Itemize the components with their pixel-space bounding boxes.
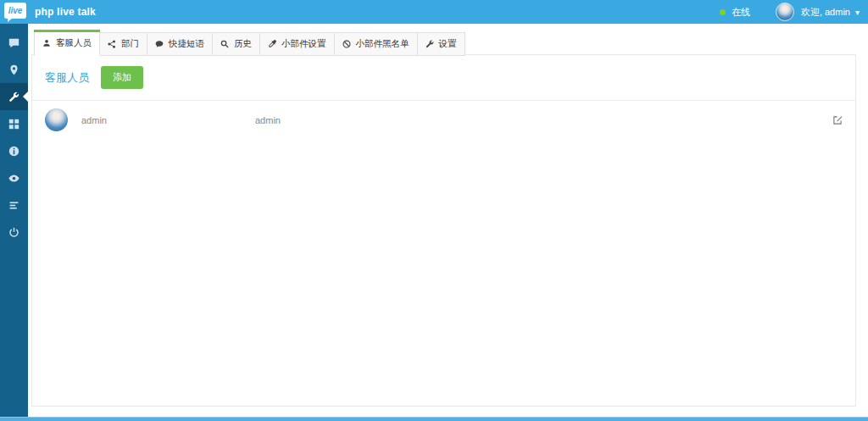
tab-widget-blacklist[interactable]: 小部件黑名单 (334, 32, 418, 56)
tab-history[interactable]: 历史 (212, 32, 260, 56)
bottom-bar (0, 417, 868, 421)
tab-label: 历史 (234, 38, 252, 50)
panel-title: 客服人员 (45, 70, 89, 86)
tab-widget-settings[interactable]: 小部件设置 (259, 32, 335, 56)
operator-row: admin admin (32, 101, 855, 139)
map-marker-icon (8, 64, 19, 75)
wrench-icon (426, 40, 434, 48)
edit-icon (832, 115, 843, 125)
stats-icon (8, 200, 19, 211)
tab-label: 设置 (439, 38, 457, 50)
tab-content-panel: 客服人员 添加 admin admin (31, 54, 856, 407)
search-icon (220, 40, 229, 48)
status-label: 在线 (732, 6, 750, 19)
sidebar-item-info[interactable] (0, 137, 28, 164)
sidebar-item-grid[interactable] (0, 110, 28, 137)
sidebar-item-stats[interactable] (0, 191, 28, 219)
welcome-label: 欢迎, admin (801, 6, 850, 19)
page: live php live talk 在线 欢迎, admin ▾ (0, 0, 868, 421)
sidebar-item-power[interactable] (0, 219, 28, 246)
operator-display-name: admin (81, 115, 255, 125)
tab-label: 客服人员 (56, 37, 92, 49)
power-icon (8, 227, 19, 238)
tab-canned-messages[interactable]: 快捷短语 (147, 32, 213, 56)
logo-text: live (8, 6, 23, 15)
tab-operators[interactable]: 客服人员 (34, 30, 100, 56)
ban-icon (342, 40, 351, 48)
operator-avatar (45, 108, 68, 131)
tab-label: 快捷短语 (169, 38, 204, 50)
online-status-dot-icon (720, 9, 726, 15)
avatar (776, 3, 794, 21)
tab-departments[interactable]: 部门 (99, 32, 147, 56)
user-menu[interactable]: 欢迎, admin ▾ (776, 3, 860, 21)
tab-label: 部门 (121, 38, 139, 50)
tab-label: 小部件设置 (281, 38, 326, 50)
eyedropper-icon (268, 40, 276, 48)
eye-icon (8, 173, 19, 184)
chevron-down-icon: ▾ (855, 8, 860, 17)
chat-bubble-icon (8, 37, 19, 48)
app-title: php live talk (35, 0, 96, 24)
info-circle-icon (8, 146, 19, 157)
wrench-icon (8, 91, 19, 102)
comment-icon (155, 40, 164, 48)
operator-username: admin (255, 115, 832, 125)
panel-header: 客服人员 添加 (32, 55, 855, 101)
tab-bar: 客服人员 部门 快捷短语 历史 小部件设置 小部件黑名单 设置 (34, 30, 465, 56)
add-operator-button[interactable]: 添加 (101, 66, 143, 89)
sidebar-item-admin-tools[interactable] (0, 83, 28, 110)
app-logo: live (4, 3, 26, 19)
sidebar-item-view[interactable] (0, 164, 28, 191)
status-indicator: 在线 (720, 6, 750, 19)
grid-icon (8, 119, 19, 130)
edit-operator-button[interactable] (832, 115, 843, 125)
topbar-right: 在线 欢迎, admin ▾ (720, 0, 860, 24)
user-icon (42, 39, 51, 47)
tab-label: 小部件黑名单 (356, 38, 409, 50)
sitemap-icon (108, 40, 116, 48)
sidebar-item-chat[interactable] (0, 29, 28, 56)
sidebar (0, 24, 28, 417)
tab-settings[interactable]: 设置 (417, 32, 465, 56)
top-header: live php live talk 在线 欢迎, admin ▾ (0, 0, 868, 24)
sidebar-item-map[interactable] (0, 56, 28, 83)
